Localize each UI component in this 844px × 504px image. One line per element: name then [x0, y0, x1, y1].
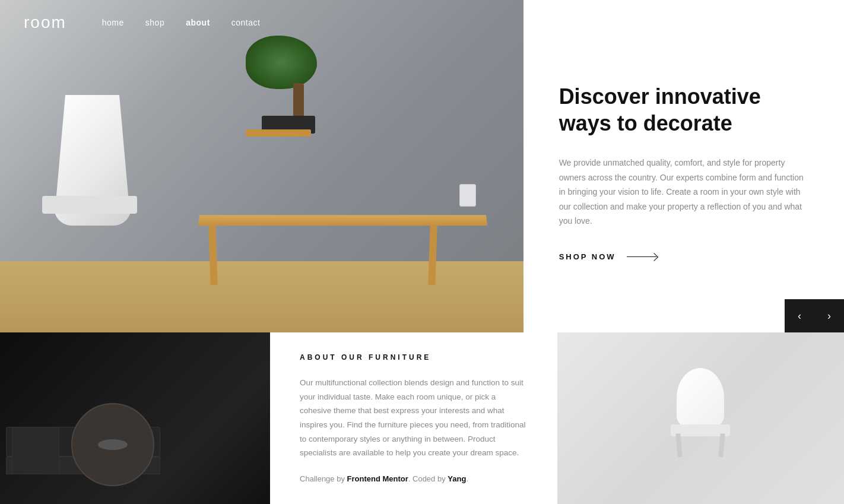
nav-link-about[interactable]: about: [186, 18, 210, 27]
hero-text-panel: Discover innovative ways to decorate We …: [523, 0, 844, 332]
navigation: room home shop about contact: [0, 0, 523, 45]
wall-outlet: [459, 184, 476, 207]
shop-now-button[interactable]: SHOP NOW: [559, 252, 808, 261]
table-top: [198, 215, 487, 226]
chair-decoration: [42, 95, 149, 273]
bottom-right-image: [557, 332, 844, 504]
challenge-mid: . Coded by: [408, 474, 448, 483]
nav-link-contact[interactable]: contact: [231, 18, 261, 27]
hero-description: We provide unmatched quality, comfort, a…: [559, 156, 808, 229]
nav-item-about[interactable]: about: [186, 17, 210, 28]
bottom-section: ABOUT OUR FURNITURE Our multifunctional …: [0, 332, 844, 504]
carousel-prev-btn[interactable]: ‹: [785, 299, 814, 332]
about-label: ABOUT OUR FURNITURE: [300, 353, 527, 362]
shop-now-label: SHOP NOW: [559, 252, 616, 261]
nav-item-home[interactable]: home: [102, 17, 124, 28]
frontend-mentor-link[interactable]: Frontend Mentor: [347, 474, 408, 483]
bottom-left-image: [0, 332, 270, 504]
bottom-right-bg: [557, 332, 844, 504]
round-table: [71, 403, 154, 486]
dark-room-bg: [0, 332, 270, 504]
bonsai-trunk: [293, 83, 304, 119]
bonsai-tray: [246, 129, 311, 137]
small-chair-back: [677, 368, 724, 427]
challenge-prefix: Challenge by: [300, 474, 347, 483]
table-bowl: [98, 439, 128, 450]
hero-heading: Discover innovative ways to decorate: [559, 83, 808, 137]
challenge-credit: Challenge by Frontend Mentor. Coded by Y…: [300, 474, 527, 483]
nav-link-shop[interactable]: shop: [145, 18, 164, 27]
challenge-suffix: .: [466, 474, 468, 483]
nav-item-contact[interactable]: contact: [231, 17, 261, 28]
nav-link-home[interactable]: home: [102, 18, 124, 27]
nav-item-shop[interactable]: shop: [145, 17, 164, 28]
small-chair-leg-left: [676, 433, 683, 458]
nav-links: home shop about contact: [102, 17, 261, 28]
about-text-panel: ABOUT OUR FURNITURE Our multifunctional …: [270, 332, 557, 504]
sofa-arm: [12, 427, 59, 474]
author-link[interactable]: Yang: [448, 474, 466, 483]
carousel-controls-bar: ‹ ›: [785, 299, 844, 332]
hero-image: [0, 0, 523, 332]
arrow-line: [627, 256, 656, 257]
about-description: Our multifunctional collection blends de…: [300, 376, 527, 460]
small-chair-leg-right: [719, 433, 725, 458]
shop-now-arrow-icon: [627, 256, 656, 257]
chair-seat: [42, 196, 137, 214]
small-chair: [671, 368, 730, 457]
hero-section: Discover innovative ways to decorate We …: [0, 0, 844, 332]
carousel-next-btn[interactable]: ›: [814, 299, 844, 332]
brand-logo[interactable]: room: [24, 13, 66, 32]
hero-image-bg: [0, 0, 523, 332]
